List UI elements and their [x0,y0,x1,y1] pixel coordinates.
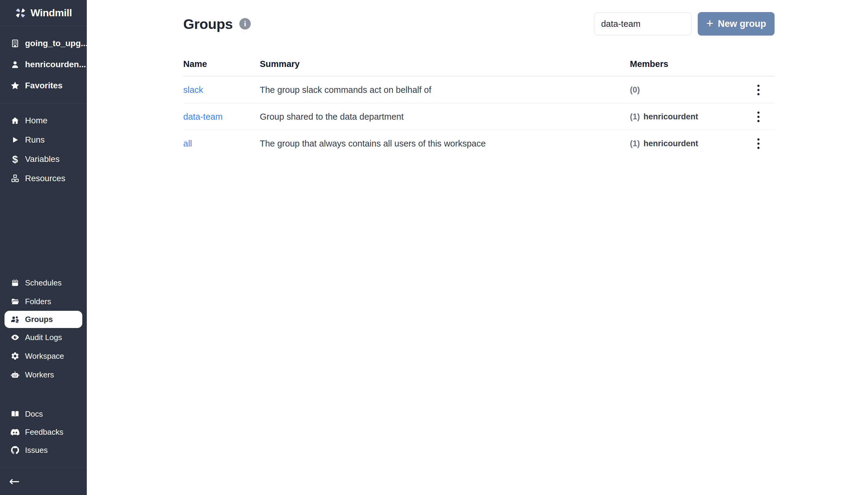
nav-label: Variables [25,154,60,164]
new-group-button-label: New group [718,18,766,29]
new-group-name-input[interactable] [594,12,692,35]
user-name: henricourden... [25,60,86,69]
nav-label: Workspace [25,352,64,361]
sidebar-external-nav: Docs Feedbacks Issues [0,405,87,467]
nav-label: Groups [25,315,53,324]
app-root: Windmill going_to_upg... [0,0,868,495]
nav-label: Folders [25,297,51,306]
play-icon [10,135,20,145]
group-summary: The group slack commands act on belhalf … [260,85,630,95]
sidebar-item-folders[interactable]: Folders [0,292,87,311]
row-menu-button[interactable] [753,135,764,153]
group-link[interactable]: all [183,139,192,148]
members-count: (1) [630,112,640,121]
home-icon [10,116,20,126]
app-title: Windmill [31,7,72,19]
kebab-icon [758,112,760,114]
sidebar: Windmill going_to_upg... [0,0,87,495]
workspace-name: going_to_upg... [25,39,88,48]
calendar-icon [10,278,20,288]
column-header-members: Members [630,59,742,69]
nav-label: Audit Logs [25,333,62,342]
group-members: (0) [630,85,742,95]
group-summary: Group shared to the data department [260,112,630,122]
column-header-name: Name [183,59,260,69]
info-icon[interactable]: i [239,18,251,30]
kebab-icon [758,138,760,140]
new-group-button[interactable]: + New group [698,12,775,36]
sidebar-secondary-nav: Schedules Folders [0,273,87,384]
nav-label: Issues [25,446,48,455]
gear-icon [10,351,20,361]
group-members: (1) henricourdent [630,139,742,148]
sidebar-item-runs[interactable]: Runs [0,130,87,150]
table-row: all The group that always contains all u… [183,130,775,157]
members-count: (1) [630,139,640,148]
column-header-summary: Summary [260,59,630,69]
user-menu[interactable]: henricourden... [0,54,87,75]
page-title: Groups [183,16,233,32]
members-names: henricourdent [643,112,698,121]
group-link[interactable]: slack [183,85,203,95]
row-menu-button[interactable] [753,108,764,126]
dollar-icon: $ [10,154,20,164]
user-group-icon [10,314,20,325]
group-members: (1) henricourdent [630,112,742,121]
robot-icon [10,370,20,380]
nav-label: Runs [25,135,45,145]
group-link[interactable]: data-team [183,112,223,121]
sidebar-footer: ← [0,467,87,495]
building-icon [10,38,20,49]
folder-icon [10,296,20,307]
table-header-row: Name Summary Members [183,52,775,76]
nav-label: Resources [25,174,65,183]
sidebar-item-audit-logs[interactable]: Audit Logs [0,328,87,347]
nav-label: Docs [25,409,43,419]
sidebar-item-home[interactable]: Home [0,111,87,130]
table-row: slack The group slack commands act on be… [183,76,775,103]
sidebar-item-docs[interactable]: Docs [0,405,87,423]
group-summary: The group that always contains all users… [260,139,630,149]
favorites-label: Favorites [25,81,63,90]
discord-icon [10,427,20,437]
table-row: data-team Group shared to the data depar… [183,103,775,130]
sidebar-item-workspace[interactable]: Workspace [0,347,87,365]
sidebar-primary-nav: Home Runs $ Variables [0,103,87,191]
nav-label: Home [25,116,48,125]
groups-table: Name Summary Members slack The group sla… [183,52,775,157]
sidebar-item-workers[interactable]: Workers [0,365,87,384]
cubes-icon [10,173,20,184]
kebab-icon [758,85,760,87]
collapse-sidebar-button[interactable]: ← [9,475,20,488]
sidebar-item-feedbacks[interactable]: Feedbacks [0,423,87,441]
app-logo[interactable]: Windmill [0,0,87,26]
nav-label: Workers [25,370,54,379]
nav-label: Schedules [25,278,62,288]
row-menu-button[interactable] [753,81,764,99]
members-names: henricourdent [643,139,698,148]
book-icon [10,409,20,419]
github-icon [10,445,20,455]
sidebar-context-section: going_to_upg... henricourden... Favor [0,26,87,103]
sidebar-item-variables[interactable]: $ Variables [0,150,87,169]
eye-icon [10,332,20,342]
star-icon [10,81,20,91]
members-count: (0) [630,85,640,95]
sidebar-item-issues[interactable]: Issues [0,441,87,459]
sidebar-item-schedules[interactable]: Schedules [0,273,87,292]
left-arrow-icon: ← [9,474,20,489]
windmill-logo-icon [15,7,26,19]
sidebar-item-groups[interactable]: Groups [4,311,82,328]
user-icon [10,59,20,70]
sidebar-spacer [0,191,87,273]
workspace-switcher[interactable]: going_to_upg... [0,33,87,54]
nav-label: Feedbacks [25,427,63,437]
sidebar-item-resources[interactable]: Resources [0,169,87,188]
main-content: Groups i + New group Name Summary Member… [87,0,868,495]
page-header: Groups i + New group [183,12,775,36]
sidebar-item-favorites[interactable]: Favorites [0,75,87,96]
